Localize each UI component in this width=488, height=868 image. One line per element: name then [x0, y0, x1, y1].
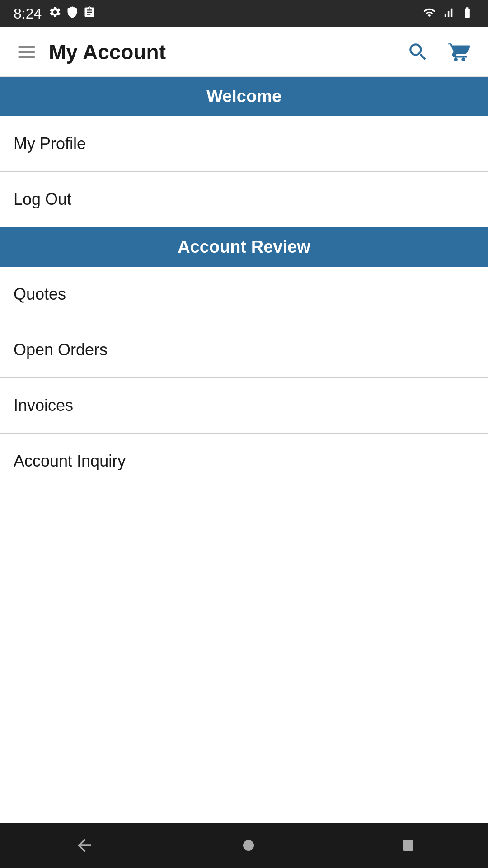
welcome-header-text: Welcome [206, 87, 282, 106]
welcome-section-header: Welcome [0, 77, 488, 116]
status-bar: 8:24 [0, 0, 488, 27]
clipboard-icon [83, 6, 96, 21]
account-review-header-text: Account Review [178, 237, 310, 257]
status-time: 8:24 [14, 5, 42, 22]
hamburger-line-2 [18, 51, 35, 53]
my-profile-item[interactable]: My Profile [0, 116, 488, 172]
hamburger-line-1 [18, 46, 35, 48]
cart-icon [447, 41, 470, 63]
account-inquiry-label: Account Inquiry [14, 452, 126, 471]
cart-button[interactable] [443, 36, 474, 68]
quotes-label: Quotes [14, 285, 66, 304]
quotes-item[interactable]: Quotes [0, 267, 488, 322]
hamburger-line-3 [18, 56, 35, 58]
back-icon [75, 835, 94, 855]
app-bar-left: My Account [14, 40, 166, 64]
status-bar-left: 8:24 [14, 5, 96, 22]
back-button[interactable] [47, 831, 122, 860]
invoices-item[interactable]: Invoices [0, 378, 488, 434]
status-icons [49, 6, 96, 21]
recents-button[interactable] [375, 835, 441, 855]
gear-icon [49, 6, 61, 21]
my-profile-label: My Profile [14, 134, 86, 153]
bottom-nav [0, 823, 488, 868]
hamburger-menu-button[interactable] [14, 42, 40, 62]
account-review-section-header: Account Review [0, 227, 488, 267]
open-orders-label: Open Orders [14, 340, 108, 359]
shield-icon [66, 6, 79, 21]
search-icon [407, 41, 429, 63]
log-out-label: Log Out [14, 190, 71, 209]
battery-icon [460, 6, 474, 21]
account-inquiry-item[interactable]: Account Inquiry [0, 434, 488, 489]
wifi-icon [422, 6, 436, 21]
invoices-label: Invoices [14, 396, 73, 415]
status-bar-right [422, 6, 474, 21]
app-bar-right [402, 36, 474, 68]
home-circle-icon [243, 840, 254, 851]
recents-square-icon [403, 840, 413, 851]
page-title: My Account [49, 40, 166, 64]
app-bar: My Account [0, 27, 488, 77]
main-content [0, 489, 488, 823]
home-button[interactable] [216, 835, 281, 855]
log-out-item[interactable]: Log Out [0, 172, 488, 227]
signal-icon [442, 6, 455, 21]
search-button[interactable] [402, 36, 434, 68]
open-orders-item[interactable]: Open Orders [0, 322, 488, 378]
